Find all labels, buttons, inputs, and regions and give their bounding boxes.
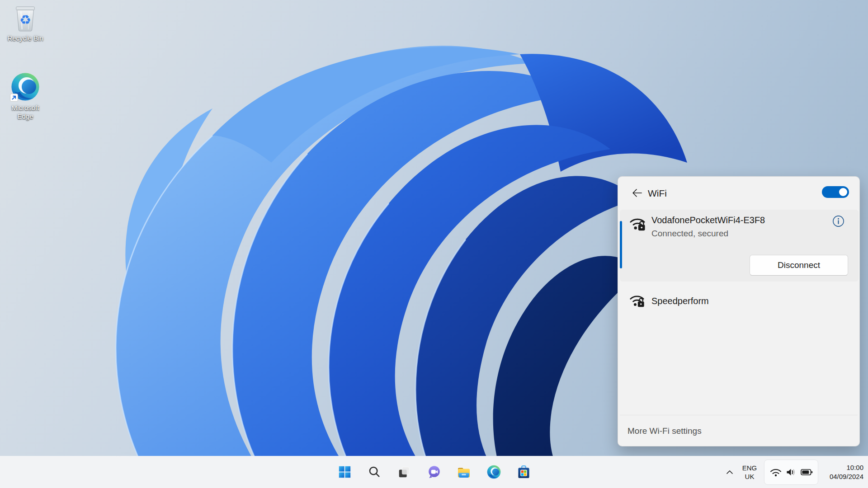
edge-taskbar-button[interactable] (485, 463, 503, 481)
back-button[interactable] (629, 186, 644, 200)
wifi-secured-icon (628, 216, 647, 232)
edge-label: Microsoft Edge (12, 103, 39, 121)
file-explorer-button[interactable] (455, 463, 473, 481)
recycle-bin-label: Recycle Bin (7, 34, 43, 42)
task-view-icon (397, 465, 411, 479)
more-wifi-settings-link[interactable]: More Wi-Fi settings (620, 415, 858, 446)
chat-button[interactable] (425, 463, 443, 481)
task-view-button[interactable] (395, 463, 413, 481)
clock[interactable]: 10:00 04/09/2024 (820, 463, 863, 481)
network-item-speedperform[interactable]: Speedperform (620, 284, 859, 318)
toggle-knob (839, 188, 847, 196)
language-indicator[interactable]: ENG UK (738, 461, 761, 483)
chat-icon (427, 465, 441, 479)
start-button[interactable] (335, 463, 354, 481)
wifi-flyout-panel: WiFi VodafonePocketWiFi4-E3F8 Connected,… (618, 176, 860, 446)
taskbar-center-icons (335, 456, 533, 488)
clock-time: 10:00 (820, 463, 863, 472)
wifi-panel-header: WiFi (618, 177, 859, 210)
volume-icon (786, 468, 797, 477)
network-item-connected[interactable]: VodafonePocketWiFi4-E3F8 Connected, secu… (620, 210, 859, 282)
wifi-secured-icon (628, 293, 646, 308)
info-icon (832, 215, 844, 227)
desktop-icon-recycle-bin[interactable]: Recycle Bin (4, 4, 47, 42)
selection-accent-bar (620, 221, 622, 268)
network-status: Connected, secured (651, 229, 728, 239)
language-line2: UK (745, 473, 755, 480)
shortcut-arrow-icon (10, 94, 18, 102)
chevron-up-icon (725, 469, 734, 476)
store-button[interactable] (514, 463, 533, 481)
store-icon (517, 465, 531, 479)
taskbar: ENG UK 10:00 04/09/2024 (0, 456, 868, 488)
wifi-toggle[interactable] (822, 186, 849, 198)
file-explorer-icon (457, 465, 471, 479)
language-line1: ENG (742, 464, 757, 472)
network-name: Speedperform (651, 284, 709, 318)
desktop: Recycle Bin Microsoft Edge WiFi Vodafone… (0, 0, 868, 488)
quick-settings-button[interactable] (764, 460, 818, 485)
tray-overflow-button[interactable] (722, 463, 738, 481)
battery-icon (801, 468, 813, 477)
edge-icon (11, 72, 40, 101)
wifi-panel-title: WiFi (648, 177, 667, 210)
clock-date: 04/09/2024 (820, 472, 863, 481)
back-arrow-icon (631, 187, 642, 199)
network-properties-button[interactable] (831, 214, 845, 228)
search-button[interactable] (365, 463, 383, 481)
start-icon (338, 465, 351, 479)
desktop-icon-microsoft-edge[interactable]: Microsoft Edge (4, 72, 47, 121)
recycle-bin-icon (13, 4, 38, 32)
disconnect-button[interactable]: Disconnect (750, 255, 848, 276)
search-icon (368, 465, 381, 479)
system-tray: ENG UK 10:00 04/09/2024 (722, 456, 868, 488)
network-name: VodafonePocketWiFi4-E3F8 (651, 215, 765, 225)
edge-icon (487, 465, 501, 479)
wifi-icon (770, 468, 782, 477)
